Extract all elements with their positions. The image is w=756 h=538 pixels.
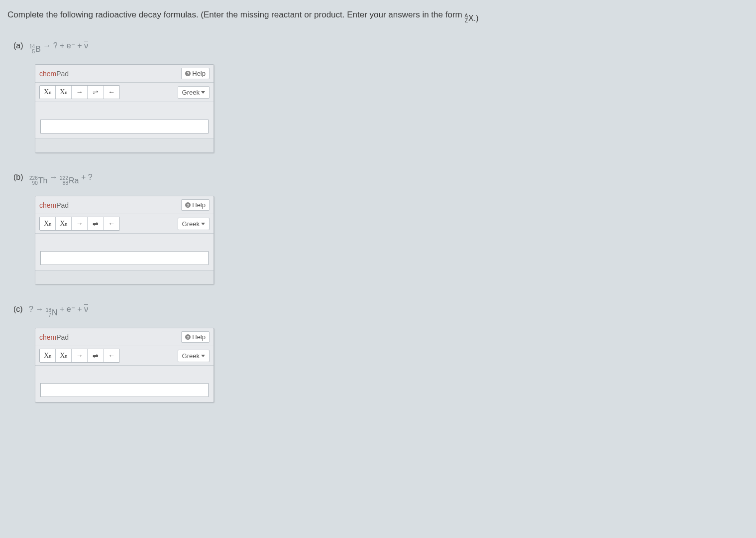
chempad-widget: chemPad ? Help Xn Xn → ⇌ ← Greek: [35, 328, 214, 403]
subscript-button[interactable]: Xn: [40, 217, 56, 230]
problem-b: (b) 226 90 Th → 222 88 Ra + ? chemPad ? …: [7, 173, 749, 284]
help-icon: ?: [185, 71, 191, 76]
chempad-title: chemPad: [39, 201, 69, 209]
arrow-left-button[interactable]: ←: [104, 86, 119, 99]
help-icon: ?: [185, 202, 191, 208]
problem-c: (c) ? → 18 7 N + e⁻ + ν chemPad ? Help X…: [7, 304, 749, 403]
answer-input-a[interactable]: [40, 120, 209, 134]
greek-dropdown[interactable]: Greek: [178, 86, 210, 99]
arrow-right-button[interactable]: →: [72, 217, 88, 230]
arrow-left-button[interactable]: ←: [104, 349, 119, 362]
arrow-equil-button[interactable]: ⇌: [88, 349, 104, 362]
answer-input-c[interactable]: [40, 383, 209, 397]
answer-input-b[interactable]: [40, 251, 209, 265]
greek-dropdown[interactable]: Greek: [178, 218, 210, 230]
superscript-button[interactable]: Xn: [56, 349, 72, 362]
help-button[interactable]: ? Help: [181, 199, 210, 211]
instruction-text: Complete the following radioactive decay…: [7, 10, 749, 23]
arrow-right-button[interactable]: →: [72, 349, 88, 362]
equation-a: (a) 14 5 B → ? + e⁻ + ν: [7, 41, 749, 54]
help-button[interactable]: ? Help: [181, 68, 210, 79]
greek-dropdown[interactable]: Greek: [178, 350, 210, 362]
equation-c: (c) ? → 18 7 N + e⁻ + ν: [7, 304, 749, 318]
chevron-down-icon: [201, 91, 205, 94]
superscript-button[interactable]: Xn: [56, 217, 72, 230]
help-button[interactable]: ? Help: [181, 331, 210, 343]
subscript-button[interactable]: Xn: [40, 349, 56, 362]
chevron-down-icon: [201, 223, 205, 225]
help-icon: ?: [185, 334, 191, 340]
chempad-widget: chemPad ? Help Xn Xn → ⇌ ← Greek: [35, 64, 214, 153]
arrow-left-button[interactable]: ←: [104, 217, 119, 230]
chempad-title: chemPad: [39, 333, 69, 341]
chevron-down-icon: [201, 355, 205, 357]
superscript-button[interactable]: Xn: [56, 86, 72, 99]
chempad-title: chemPad: [39, 70, 69, 78]
arrow-equil-button[interactable]: ⇌: [88, 86, 104, 99]
arrow-right-button[interactable]: →: [72, 86, 88, 99]
problem-a: (a) 14 5 B → ? + e⁻ + ν chemPad ? Help X…: [7, 41, 749, 153]
subscript-button[interactable]: Xn: [40, 86, 56, 99]
arrow-equil-button[interactable]: ⇌: [88, 217, 104, 230]
equation-b: (b) 226 90 Th → 222 88 Ra + ?: [7, 173, 749, 186]
chempad-widget: chemPad ? Help Xn Xn → ⇌ ← Greek: [35, 196, 214, 284]
